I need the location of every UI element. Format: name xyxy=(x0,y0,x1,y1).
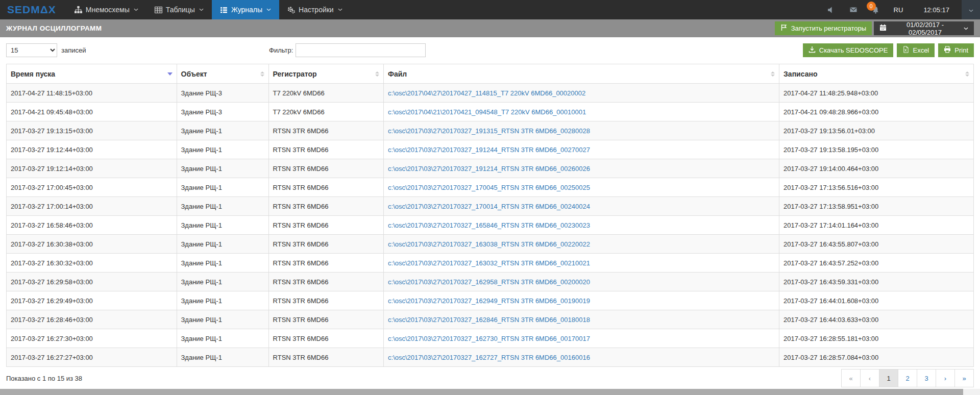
cell-object: Здание РЩ-1 xyxy=(177,216,268,235)
column-header-start-time[interactable]: Время пуска xyxy=(7,64,177,84)
nav-item-label: Таблицы xyxy=(166,6,195,14)
cell-start-time: 2017-03-27 17:00:14+03:00 xyxy=(7,197,177,216)
printer-icon xyxy=(944,46,951,55)
volume-muted-icon[interactable] xyxy=(827,6,835,14)
cell-recorded: 2017-03-27 16:28:55.181+03:00 xyxy=(779,329,974,348)
cell-object: Здание РЩ-1 xyxy=(177,121,268,140)
cell-file: c:\osc\2017\03\27\20170327_191214_RTSN 3… xyxy=(384,159,779,178)
pagination-last[interactable]: » xyxy=(954,369,974,387)
file-link[interactable]: c:\osc\2017\03\27\20170327_162730_RTSN 3… xyxy=(388,335,590,342)
sort-icon xyxy=(260,71,264,77)
nav-item-journals[interactable]: Журналы xyxy=(212,0,279,19)
file-link[interactable]: c:\osc\2017\03\27\20170327_191214_RTSN 3… xyxy=(388,165,590,172)
cell-recorded: 2017-03-27 16:28:57.084+03:00 xyxy=(779,348,974,367)
horizontal-scrollbar[interactable] xyxy=(0,389,980,395)
cell-start-time: 2017-03-27 16:30:38+03:00 xyxy=(7,235,177,254)
column-label: Регистратор xyxy=(273,70,317,78)
cell-registrator: RTSN 3TR 6MD66 xyxy=(268,254,384,273)
table-header-row: Время пускаОбъектРегистраторФайлЗаписано xyxy=(7,64,974,84)
file-link[interactable]: c:\osc\2017\04\27\20170427_114815_Т7 220… xyxy=(388,89,585,97)
column-header-registrator[interactable]: Регистратор xyxy=(268,64,384,84)
pagination-page-3[interactable]: 3 xyxy=(917,369,936,387)
messages-envelope-icon[interactable] xyxy=(849,6,857,13)
download-icon xyxy=(808,46,816,55)
cell-registrator: RTSN 3TR 6MD66 xyxy=(268,348,384,367)
table-row: 2017-03-27 19:12:14+03:00Здание РЩ-1RTSN… xyxy=(7,159,974,178)
cell-object: Здание РЩ-1 xyxy=(177,178,268,197)
cell-file: c:\osc\2017\03\27\20170327_170014_RTSN 3… xyxy=(384,197,779,216)
notifications-bell-icon[interactable]: 0 xyxy=(872,6,879,14)
pagination-next[interactable]: › xyxy=(936,369,955,387)
table-row: 2017-04-27 11:48:15+03:00Здание РЩ-3Т7 2… xyxy=(7,84,974,103)
language-indicator[interactable]: RU xyxy=(894,6,903,14)
table-icon xyxy=(155,6,162,14)
pagination-first[interactable]: « xyxy=(841,369,861,387)
file-link[interactable]: c:\osc\2017\03\27\20170327_191244_RTSN 3… xyxy=(388,146,590,154)
run-recorders-button[interactable]: Запустить регистраторы xyxy=(775,21,872,35)
file-link[interactable]: c:\osc\2017\03\27\20170327_162958_RTSN 3… xyxy=(388,278,590,286)
file-link[interactable]: c:\osc\2017\03\27\20170327_165846_RTSN 3… xyxy=(388,221,590,229)
pagination-page-2[interactable]: 2 xyxy=(898,369,917,387)
cell-file: c:\osc\2017\03\27\20170327_162958_RTSN 3… xyxy=(384,273,779,291)
nav-item-label: Настройки xyxy=(299,6,334,14)
nav-item-label: Мнемосхемы xyxy=(86,6,130,14)
cell-recorded: 2017-03-27 16:43:55.807+03:00 xyxy=(779,235,974,254)
file-link[interactable]: c:\osc\2017\03\27\20170327_162846_RTSN 3… xyxy=(388,316,590,324)
cell-recorded: 2017-03-27 19:13:58.195+03:00 xyxy=(779,140,974,159)
cell-start-time: 2017-03-27 19:13:15+03:00 xyxy=(7,121,177,140)
filter-input[interactable] xyxy=(296,43,426,57)
cell-registrator: Т7 220kV 6MD66 xyxy=(268,84,384,103)
records-summary: Показано с 1 по 15 из 38 xyxy=(6,375,82,382)
cell-object: Здание РЩ-1 xyxy=(177,254,268,273)
cell-registrator: Т7 220kV 6MD66 xyxy=(268,103,384,121)
table-footer: Показано с 1 по 15 из 38 «‹123›» xyxy=(0,367,980,389)
page-size-select[interactable]: 15 xyxy=(6,43,57,57)
file-link[interactable]: c:\osc\2017\03\27\20170327_163038_RTSN 3… xyxy=(388,240,590,248)
cell-start-time: 2017-03-27 16:27:27+03:00 xyxy=(7,348,177,367)
date-range-value: 01/02/2017 - 02/05/2017 xyxy=(890,21,960,36)
cell-object: Здание РЩ-1 xyxy=(177,140,268,159)
excel-file-icon xyxy=(902,46,909,55)
nav-item-settings[interactable]: Настройки xyxy=(279,0,351,19)
table-row: 2017-03-27 19:12:44+03:00Здание РЩ-1RTSN… xyxy=(7,140,974,159)
file-link[interactable]: c:\osc\2017\04\21\20170421_094548_Т7 220… xyxy=(388,108,586,116)
user-menu-toggle[interactable] xyxy=(962,0,980,19)
file-link[interactable]: c:\osc\2017\03\27\20170327_163032_RTSN 3… xyxy=(388,259,590,267)
scrollbar-thumb[interactable] xyxy=(0,389,963,395)
filter-group: Фильтр: xyxy=(269,43,426,57)
cell-recorded: 2017-03-27 16:44:03.633+03:00 xyxy=(779,310,974,329)
nav-item-mnemonics[interactable]: Мнемосхемы xyxy=(66,0,146,19)
table-row: 2017-03-27 19:13:15+03:00Здание РЩ-1RTSN… xyxy=(7,121,974,140)
table-row: 2017-03-27 16:29:49+03:00Здание РЩ-1RTSN… xyxy=(7,291,974,310)
file-link[interactable]: c:\osc\2017\03\27\20170327_162949_RTSN 3… xyxy=(388,297,590,305)
cell-start-time: 2017-03-27 16:27:30+03:00 xyxy=(7,329,177,348)
cell-file: c:\osc\2017\03\27\20170327_191315_RTSN 3… xyxy=(384,121,779,140)
pagination-page-1[interactable]: 1 xyxy=(879,369,898,387)
cell-registrator: RTSN 3TR 6MD66 xyxy=(268,273,384,291)
column-header-recorded[interactable]: Записано xyxy=(779,64,974,84)
file-link[interactable]: c:\osc\2017\03\27\20170327_170014_RTSN 3… xyxy=(388,203,590,210)
table-body: 2017-04-27 11:48:15+03:00Здание РЩ-3Т7 2… xyxy=(7,84,974,367)
column-header-object[interactable]: Объект xyxy=(177,64,268,84)
cell-object: Здание РЩ-1 xyxy=(177,273,268,291)
top-bar: SEDMΔX МнемосхемыТаблицыЖурналыНастройки… xyxy=(0,0,980,19)
pagination-prev[interactable]: ‹ xyxy=(860,369,879,387)
chevron-down-icon xyxy=(199,8,204,11)
pagination: «‹123›» xyxy=(841,369,974,387)
chevron-down-icon xyxy=(134,8,138,11)
table-row: 2017-03-27 16:28:46+03:00Здание РЩ-1RTSN… xyxy=(7,310,974,329)
cell-start-time: 2017-04-27 11:48:15+03:00 xyxy=(7,84,177,103)
file-link[interactable]: c:\osc\2017\03\27\20170327_170045_RTSN 3… xyxy=(388,184,590,191)
excel-export-button[interactable]: Excel xyxy=(897,43,935,57)
cell-recorded: 2017-03-27 19:14:00.464+03:00 xyxy=(779,159,974,178)
date-range-picker[interactable]: 01/02/2017 - 02/05/2017 xyxy=(874,21,974,35)
download-sedoscope-button[interactable]: Скачать SEDOSCOPE xyxy=(803,43,894,57)
column-label: Время пуска xyxy=(11,70,55,78)
print-button[interactable]: Print xyxy=(938,43,974,57)
page-size-group: 15 записей xyxy=(6,43,86,57)
column-header-file[interactable]: Файл xyxy=(384,64,779,84)
nav-item-tables[interactable]: Таблицы xyxy=(146,0,212,19)
file-link[interactable]: c:\osc\2017\03\27\20170327_191315_RTSN 3… xyxy=(388,127,590,135)
file-link[interactable]: c:\osc\2017\03\27\20170327_162727_RTSN 3… xyxy=(388,354,590,361)
cell-registrator: RTSN 3TR 6MD66 xyxy=(268,310,384,329)
